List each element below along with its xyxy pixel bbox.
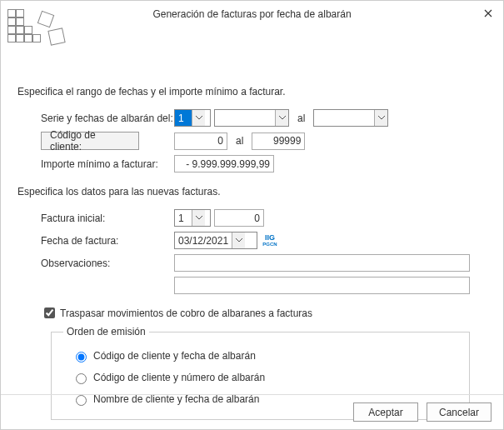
- al-label-2: al: [227, 135, 252, 147]
- factura-serie-combo[interactable]: 1: [174, 209, 211, 227]
- chevron-down-icon: [192, 210, 205, 226]
- orden-opt1-row: Código de cliente y fecha de albarán: [72, 349, 457, 362]
- orden-opt1-label: Código de cliente y fecha de albarán: [93, 350, 256, 362]
- date-to-combo[interactable]: [313, 109, 388, 127]
- traspasar-checkbox[interactable]: [44, 308, 55, 318]
- fecha-combo[interactable]: 03/12/2021: [174, 232, 257, 249]
- chevron-down-icon: [192, 110, 205, 126]
- factura-inicial-label: Factura inicial:: [41, 212, 174, 224]
- fecha-row: Fecha de factura: 03/12/2021 IIGPGCN: [41, 232, 487, 249]
- date-from-combo[interactable]: [214, 109, 289, 127]
- fecha-value: 03/12/2021: [175, 232, 232, 248]
- serie-row: Serie y fechas de albarán del: 1 al: [41, 109, 487, 127]
- orden-legend: Orden de emisión: [63, 326, 149, 338]
- al-label-1: al: [289, 112, 313, 124]
- importe-row: Importe mínimo a facturar: - 9.999.999.9…: [41, 155, 487, 172]
- cod-cliente-button[interactable]: Código de cliente:: [41, 132, 139, 150]
- importe-input[interactable]: - 9.999.999.999,99: [174, 155, 274, 172]
- cod-cliente-from-input[interactable]: 0: [174, 132, 227, 150]
- obs2-input[interactable]: [174, 277, 470, 294]
- serie-label: Serie y fechas de albarán del:: [41, 112, 174, 124]
- orden-opt2-row: Código de cliente y número de albarán: [72, 371, 457, 384]
- chevron-down-icon: [275, 110, 288, 126]
- section1-header: Especifica el rango de fechas y el impor…: [17, 86, 487, 98]
- obs-row: Observaciones:: [41, 254, 470, 272]
- close-icon: [484, 9, 492, 18]
- chevron-down-icon: [232, 232, 245, 248]
- cancel-button[interactable]: Cancelar: [427, 402, 492, 422]
- orden-opt1-radio[interactable]: [76, 352, 87, 362]
- serie-value: 1: [175, 110, 192, 126]
- integration-icon[interactable]: IIGPGCN: [262, 234, 277, 248]
- obs-label: Observaciones:: [41, 258, 174, 269]
- obs1-input[interactable]: [174, 254, 470, 272]
- title-bar: Generación de facturas por fecha de alba…: [1, 1, 503, 28]
- cod-cliente-row: Código de cliente: 0 al 99999: [41, 132, 487, 150]
- serie-combo[interactable]: 1: [174, 109, 211, 127]
- fecha-label: Fecha de factura:: [41, 235, 174, 247]
- factura-serie-value: 1: [175, 210, 192, 226]
- footer-bar: Aceptar Cancelar: [1, 394, 503, 429]
- importe-label: Importe mínimo a facturar:: [41, 158, 174, 170]
- accept-button[interactable]: Aceptar: [353, 402, 418, 422]
- traspasar-label: Traspasar movimientos de cobro de albara…: [60, 308, 312, 319]
- factura-num-input[interactable]: 0: [214, 209, 264, 227]
- window-title: Generación de facturas por fecha de alba…: [1, 8, 503, 20]
- cod-cliente-to-input[interactable]: 99999: [252, 132, 305, 150]
- decorative-graphic: [1, 8, 76, 54]
- factura-inicial-row: Factura inicial: 1 0: [41, 209, 487, 227]
- close-button[interactable]: [478, 4, 498, 22]
- chevron-down-icon: [374, 110, 387, 126]
- orden-opt2-radio[interactable]: [76, 373, 87, 384]
- orden-opt2-label: Código de cliente y número de albarán: [93, 372, 265, 383]
- section2-header: Especifica los datos para las nuevas fac…: [17, 186, 487, 198]
- traspasar-row: Traspasar movimientos de cobro de albara…: [41, 305, 487, 321]
